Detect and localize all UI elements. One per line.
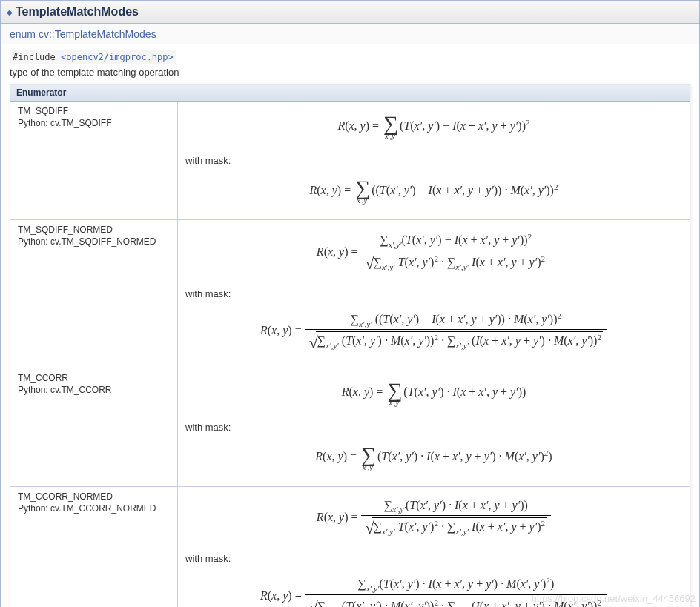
enum-desc-cell: R(x, y) = ∑x′,y′(T(x′, y′) − I(x + x′, y… [178, 220, 690, 368]
section-header: ◆ TemplateMatchModes [0, 0, 700, 24]
with-mask-label: with mask: [185, 288, 682, 299]
table-row: TM_SQDIFFPython: cv.TM_SQDIFFR(x, y) = ∑… [10, 102, 690, 220]
enum-signature: enum cv::TemplateMatchModes [0, 24, 700, 44]
enum-name-cell: TM_SQDIFF_NORMEDPython: cv.TM_SQDIFF_NOR… [10, 220, 178, 368]
formula-mask: R(x, y) = ∑x′,y′(T(x′, y′) · I(x + x′, y… [185, 568, 682, 607]
description: type of the template matching operation [10, 67, 690, 78]
formula-mask: R(x, y) = ∑x′,y′((T(x′, y′) − I(x + x′, … [185, 170, 682, 215]
enum-name-cell: TM_CCORRPython: cv.TM_CCORR [10, 368, 178, 486]
python-binding: Python: cv.TM_CCORR [18, 385, 170, 395]
content-area: #include <opencv2/imgproc.hpp> type of t… [0, 44, 700, 607]
page-title: TemplateMatchModes [16, 5, 139, 19]
include-directive: #include <opencv2/imgproc.hpp> [10, 50, 176, 64]
formula-mask: R(x, y) = ∑x′,y′(T(x′, y′) · I(x + x′, y… [185, 437, 682, 482]
table-row: TM_SQDIFF_NORMEDPython: cv.TM_SQDIFF_NOR… [10, 220, 690, 368]
include-path[interactable]: <opencv2/imgproc.hpp> [61, 52, 174, 62]
with-mask-label: with mask: [185, 155, 682, 166]
enum-desc-cell: R(x, y) = ∑x′,y′(T(x′, y′) · I(x + x′, y… [178, 486, 690, 607]
table-row: TM_CCORRPython: cv.TM_CCORRR(x, y) = ∑x′… [10, 368, 690, 486]
with-mask-label: with mask: [185, 422, 682, 433]
formula: R(x, y) = ∑x′,y′(T(x′, y′) · I(x + x′, y… [185, 491, 682, 549]
enum-value-name[interactable]: TM_SQDIFF_NORMED [18, 225, 113, 235]
python-binding: Python: cv.TM_SQDIFF_NORMED [18, 236, 170, 247]
enum-desc-cell: R(x, y) = ∑x′,y′(T(x′, y′) − I(x + x′, y… [178, 102, 690, 220]
enum-name-cell: TM_CCORR_NORMEDPython: cv.TM_CCORR_NORME… [10, 486, 178, 607]
diamond-icon: ◆ [7, 8, 13, 16]
formula: R(x, y) = ∑x′,y′(T(x′, y′) − I(x + x′, y… [185, 225, 682, 284]
table-header: Enumerator [10, 84, 690, 102]
include-prefix: #include [13, 52, 61, 62]
enum-name-cell: TM_SQDIFFPython: cv.TM_SQDIFF [10, 102, 178, 220]
table-row: TM_CCORR_NORMEDPython: cv.TM_CCORR_NORME… [10, 486, 690, 607]
enum-value-name[interactable]: TM_SQDIFF [18, 106, 68, 116]
with-mask-label: with mask: [185, 553, 682, 564]
formula-mask: R(x, y) = ∑x′,y′ ((T(x′, y′) − I(x + x′,… [185, 304, 682, 363]
python-binding: Python: cv.TM_SQDIFF [18, 118, 170, 128]
enumerator-table: Enumerator TM_SQDIFFPython: cv.TM_SQDIFF… [10, 84, 690, 607]
enum-desc-cell: R(x, y) = ∑x′,y′(T(x′, y′) · I(x + x′, y… [178, 368, 690, 486]
formula: R(x, y) = ∑x′,y′(T(x′, y′) · I(x + x′, y… [185, 373, 682, 417]
formula: R(x, y) = ∑x′,y′(T(x′, y′) − I(x + x′, y… [185, 106, 682, 150]
enum-value-name[interactable]: TM_CCORR [18, 373, 68, 383]
enum-value-name[interactable]: TM_CCORR_NORMED [18, 491, 113, 502]
python-binding: Python: cv.TM_CCORR_NORMED [18, 503, 170, 514]
